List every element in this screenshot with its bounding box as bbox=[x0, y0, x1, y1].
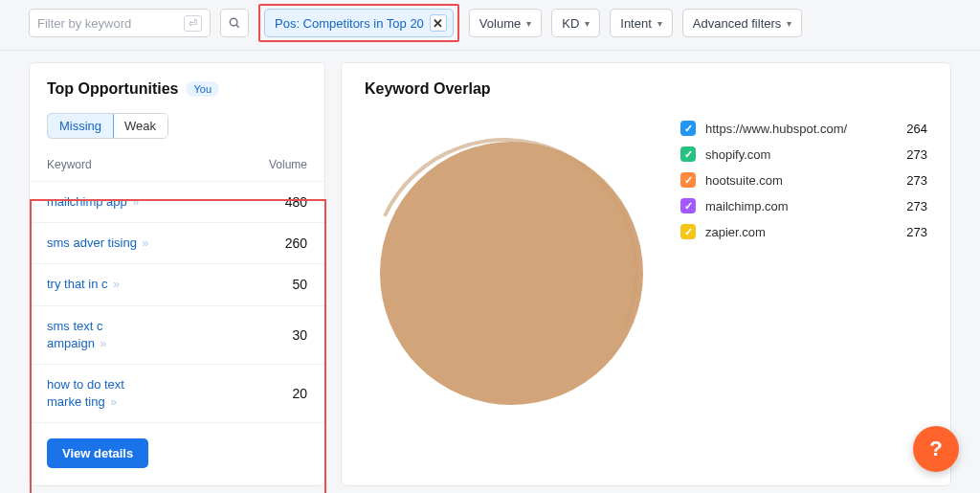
legend-label: shopify.com bbox=[705, 147, 880, 162]
close-icon: ✕ bbox=[433, 16, 443, 31]
active-filter-highlight: Pos: Competitors in Top 20 ✕ bbox=[258, 4, 459, 42]
legend-checkbox[interactable]: ✓ bbox=[680, 146, 696, 162]
table-row: sms adver tising »260 bbox=[30, 223, 324, 264]
opportunity-table-header: Keyword Volume bbox=[30, 148, 324, 182]
chevron-down-icon: ▾ bbox=[657, 18, 662, 29]
legend-item[interactable]: ✓shopify.com273 bbox=[680, 146, 927, 162]
remove-filter-button[interactable]: ✕ bbox=[430, 14, 447, 32]
search-button[interactable] bbox=[220, 9, 249, 37]
keyword-overlap-card: Keyword Overlap ✓https://www.hubspot.com… bbox=[341, 62, 951, 486]
legend-label: zapier.com bbox=[705, 225, 880, 239]
keyword-overlap-title: Keyword Overlap bbox=[365, 80, 927, 98]
table-row: sms text c ampaign »30 bbox=[30, 306, 324, 365]
kd-filter-button[interactable]: KD ▾ bbox=[551, 9, 600, 37]
keyword-filter-wrap[interactable]: ⏎ bbox=[29, 9, 211, 37]
legend-value: 273 bbox=[889, 173, 927, 188]
chevron-down-icon: ▾ bbox=[585, 18, 590, 29]
col-volume: Volume bbox=[269, 158, 307, 171]
legend-label: https://www.hubspot.com/ bbox=[705, 122, 880, 136]
keyword-link[interactable]: try that in c » bbox=[47, 276, 120, 293]
filter-toolbar: ⏎ Pos: Competitors in Top 20 ✕ Volume ▾ … bbox=[0, 0, 980, 51]
chevron-right-icon: » bbox=[113, 278, 120, 291]
chevron-down-icon: ▾ bbox=[787, 18, 791, 29]
keyword-volume: 30 bbox=[292, 327, 307, 343]
volume-filter-label: Volume bbox=[479, 16, 521, 31]
keyword-link[interactable]: how to do text marke ting » bbox=[47, 376, 152, 411]
table-row: how to do text marke ting »20 bbox=[30, 365, 324, 423]
position-filter-chip[interactable]: Pos: Competitors in Top 20 ✕ bbox=[264, 9, 454, 37]
legend-checkbox[interactable]: ✓ bbox=[680, 172, 696, 188]
tab-weak[interactable]: Weak bbox=[113, 114, 167, 138]
search-icon bbox=[228, 16, 241, 30]
legend-checkbox[interactable]: ✓ bbox=[680, 224, 696, 239]
chevron-down-icon: ▾ bbox=[526, 18, 531, 29]
legend-value: 264 bbox=[889, 122, 927, 136]
legend-item[interactable]: ✓zapier.com273 bbox=[680, 224, 927, 239]
keyword-link[interactable]: mailchimp app » bbox=[47, 193, 139, 211]
keyword-volume: 20 bbox=[292, 386, 307, 401]
legend-value: 273 bbox=[889, 147, 927, 162]
overlap-body: ✓https://www.hubspot.com/264✓shopify.com… bbox=[365, 121, 927, 427]
intent-filter-button[interactable]: Intent ▾ bbox=[610, 9, 673, 37]
advanced-filters-button[interactable]: Advanced filters ▾ bbox=[682, 9, 803, 37]
keyword-volume: 480 bbox=[285, 194, 307, 210]
table-row: try that in c »50 bbox=[30, 264, 324, 305]
svg-point-0 bbox=[230, 18, 237, 26]
legend-checkbox[interactable]: ✓ bbox=[680, 121, 696, 136]
legend-label: hootsuite.com bbox=[705, 173, 880, 188]
top-opportunities-title: Top Opportunities bbox=[47, 80, 178, 98]
legend-item[interactable]: ✓hootsuite.com273 bbox=[680, 172, 927, 188]
keyword-link[interactable]: sms text c ampaign » bbox=[47, 318, 152, 352]
you-badge: You bbox=[186, 81, 219, 97]
legend-item[interactable]: ✓mailchimp.com273 bbox=[680, 198, 927, 213]
legend-checkbox[interactable]: ✓ bbox=[680, 198, 696, 213]
position-filter-label: Pos: Competitors in Top 20 bbox=[275, 16, 424, 31]
venn-circle bbox=[380, 142, 643, 405]
svg-line-1 bbox=[236, 25, 239, 28]
kd-filter-label: KD bbox=[562, 16, 579, 31]
keyboard-shortcut-icon: ⏎ bbox=[184, 15, 202, 32]
opportunity-tabs: Missing Weak bbox=[47, 113, 168, 139]
table-row: mailchimp app »480 bbox=[30, 182, 324, 223]
tab-missing[interactable]: Missing bbox=[47, 113, 114, 139]
volume-filter-button[interactable]: Volume ▾ bbox=[469, 9, 542, 37]
venn-diagram[interactable] bbox=[365, 121, 652, 427]
view-details-button[interactable]: View details bbox=[47, 438, 148, 468]
advanced-filters-label: Advanced filters bbox=[693, 16, 782, 31]
keyword-volume: 260 bbox=[285, 235, 307, 251]
top-opportunities-card: Top Opportunities You Missing Weak Keywo… bbox=[29, 62, 325, 486]
intent-filter-label: Intent bbox=[620, 16, 652, 31]
chevron-right-icon: » bbox=[110, 395, 117, 409]
keyword-volume: 50 bbox=[292, 277, 307, 292]
keyword-link[interactable]: sms adver tising » bbox=[47, 235, 148, 252]
legend-item[interactable]: ✓https://www.hubspot.com/264 bbox=[680, 121, 927, 136]
chevron-right-icon: » bbox=[132, 195, 139, 209]
chevron-right-icon: » bbox=[143, 236, 149, 250]
keyword-filter-input[interactable] bbox=[37, 16, 180, 31]
help-icon: ? bbox=[929, 437, 942, 461]
top-opportunities-header: Top Opportunities You bbox=[30, 80, 324, 98]
legend-value: 273 bbox=[889, 225, 927, 239]
help-button[interactable]: ? bbox=[913, 426, 959, 472]
legend-label: mailchimp.com bbox=[705, 199, 880, 213]
chevron-right-icon: » bbox=[100, 337, 106, 350]
legend-value: 273 bbox=[889, 199, 927, 213]
main-content: Top Opportunities You Missing Weak Keywo… bbox=[0, 51, 980, 493]
overlap-legend: ✓https://www.hubspot.com/264✓shopify.com… bbox=[680, 121, 927, 427]
col-keyword: Keyword bbox=[47, 158, 92, 171]
